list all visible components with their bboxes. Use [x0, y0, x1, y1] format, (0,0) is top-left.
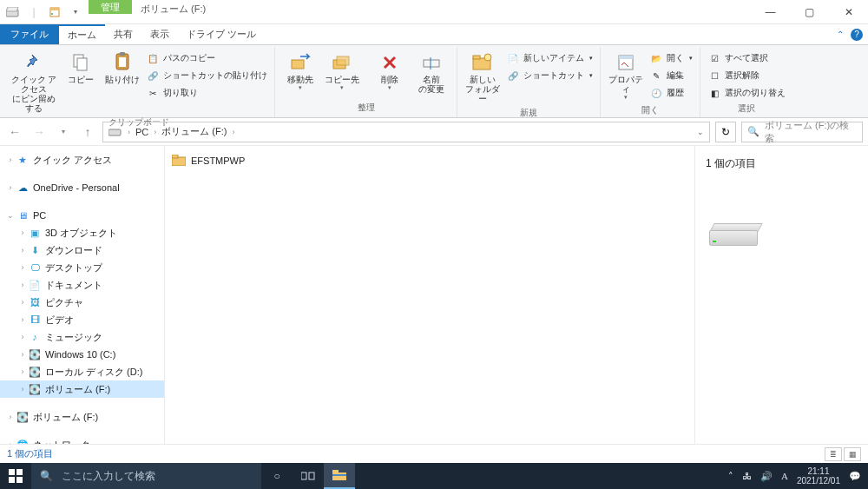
- search-placeholder: ボリューム (F:)の検索: [765, 119, 857, 145]
- tree-documents[interactable]: ›📄ドキュメント: [0, 276, 164, 294]
- caret-icon[interactable]: ⌄: [5, 211, 16, 220]
- paste-shortcut-button[interactable]: 🔗ショートカットの貼り付け: [144, 68, 269, 83]
- drive-preview-icon: [709, 223, 763, 248]
- pin-label: クイック アクセス にピン留めする: [9, 75, 59, 113]
- refresh-button[interactable]: ↻: [715, 122, 736, 142]
- select-all-button[interactable]: ☑すべて選択: [706, 50, 787, 66]
- breadcrumb-sep[interactable]: ›: [232, 128, 234, 136]
- tree-volume-f-root[interactable]: ›💽ボリューム (F:): [0, 408, 164, 426]
- paste-icon: [108, 50, 136, 75]
- copy-button[interactable]: コピー: [61, 49, 101, 86]
- status-text: 1 個の項目: [7, 447, 53, 460]
- action-center-icon[interactable]: 💬: [849, 471, 861, 482]
- share-tab[interactable]: 共有: [105, 24, 141, 44]
- copyto-button[interactable]: コピー先 ▾: [322, 49, 362, 93]
- tree-desktop[interactable]: ›🖵デスクトップ: [0, 259, 164, 276]
- drive-tools-tab[interactable]: ドライブ ツール: [178, 24, 265, 44]
- invert-selection-button[interactable]: ◧選択の切り替え: [706, 85, 787, 101]
- address-bar[interactable]: › PC › ボリューム (F:) › ⌄: [102, 122, 710, 142]
- cut-button[interactable]: ✂切り取り: [144, 85, 269, 101]
- delete-button[interactable]: 削除 ▾: [370, 49, 410, 93]
- tree-c-drive[interactable]: ›💽Windows 10 (C:): [0, 346, 164, 363]
- tree-onedrive[interactable]: › ☁ OneDrive - Personal: [0, 179, 164, 196]
- breadcrumb-volume[interactable]: ボリューム (F:): [161, 125, 227, 138]
- moveto-button[interactable]: 移動先 ▾: [280, 49, 320, 93]
- home-tab[interactable]: ホーム: [59, 24, 105, 44]
- history-button[interactable]: 🕘履歴: [648, 85, 694, 101]
- clipboard-group: クイック アクセス にピン留めする コピー 貼り付け 📋パスのコピー 🔗ショート…: [3, 47, 275, 117]
- help-icon[interactable]: ?: [851, 29, 863, 41]
- rename-button[interactable]: 名前 の変更: [411, 49, 451, 96]
- taskbar-search[interactable]: 🔍 ここに入力して検索: [31, 463, 261, 489]
- paste-button[interactable]: 貼り付け: [102, 49, 142, 86]
- tree-quick-access[interactable]: › ★ クイック アクセス: [0, 151, 164, 169]
- tree-d-drive[interactable]: ›💽ローカル ディスク (D:): [0, 363, 164, 380]
- properties-label: プロパティ: [606, 75, 646, 94]
- up-button[interactable]: ↑: [78, 122, 97, 142]
- shortcut-icon: 🔗: [146, 69, 160, 83]
- pin-quick-access-button[interactable]: クイック アクセス にピン留めする: [9, 49, 59, 115]
- tree-music[interactable]: ›♪ミュージック: [0, 328, 164, 346]
- view-tab[interactable]: 表示: [141, 24, 178, 44]
- open-button[interactable]: 📂開く▾: [648, 50, 694, 66]
- cortana-button[interactable]: ○: [261, 463, 293, 489]
- tree-pictures[interactable]: ›🖼ピクチャ: [0, 294, 164, 311]
- explorer-taskbar-button[interactable]: [324, 463, 355, 489]
- tree-network[interactable]: ›🌐ネットワーク: [0, 436, 164, 444]
- collapse-ribbon-icon[interactable]: ⌃: [837, 30, 844, 39]
- window-controls: — ▢ ✕: [751, 0, 868, 23]
- breadcrumb-pc[interactable]: PC: [135, 127, 148, 137]
- taskbar: 🔍 ここに入力して検索 ○ ˄ 🖧 🔊 A 21:11 2021/12/01 💬: [0, 463, 868, 489]
- tree-f-drive[interactable]: ›💽ボリューム (F:): [0, 380, 164, 398]
- taskbar-clock[interactable]: 21:11 2021/12/01: [797, 466, 840, 486]
- tray-ime-icon[interactable]: A: [781, 471, 788, 481]
- breadcrumb-sep[interactable]: ›: [128, 128, 130, 136]
- new-item-button[interactable]: 📄新しいアイテム▾: [504, 50, 595, 66]
- tray-network-icon[interactable]: 🖧: [742, 471, 752, 481]
- properties-button[interactable]: プロパティ ▾: [606, 49, 646, 102]
- task-view-button[interactable]: [293, 463, 324, 489]
- svg-rect-23: [9, 469, 15, 475]
- address-dropdown-icon[interactable]: ⌄: [697, 128, 704, 136]
- caret-icon[interactable]: ›: [5, 155, 16, 164]
- tree-pc[interactable]: ⌄ 🖥 PC: [0, 207, 164, 224]
- file-tab[interactable]: ファイル: [0, 24, 59, 44]
- search-box[interactable]: 🔍 ボリューム (F:)の検索: [741, 122, 863, 142]
- tree-label: ダウンロード: [45, 244, 102, 257]
- svg-rect-29: [332, 472, 346, 480]
- forward-button[interactable]: →: [30, 122, 49, 142]
- back-button[interactable]: ←: [5, 122, 24, 142]
- file-list[interactable]: EFSTMPWP: [165, 146, 694, 444]
- tree-downloads[interactable]: ›⬇ダウンロード: [0, 241, 164, 259]
- svg-rect-28: [309, 472, 314, 479]
- tray-overflow-icon[interactable]: ˄: [728, 471, 733, 482]
- breadcrumb-sep[interactable]: ›: [154, 128, 156, 136]
- tree-3dobjects[interactable]: ›▣3D オブジェクト: [0, 224, 164, 241]
- new-folder-button[interactable]: 新しい フォルダー: [463, 49, 503, 105]
- start-button[interactable]: [0, 463, 31, 489]
- qat-dropdown-icon[interactable]: ▾: [66, 3, 85, 22]
- manage-contextual-tab[interactable]: 管理: [89, 0, 132, 14]
- close-button[interactable]: ✕: [829, 0, 868, 23]
- videos-icon: 🎞: [28, 313, 42, 327]
- caret-icon[interactable]: ›: [5, 183, 16, 192]
- minimize-button[interactable]: —: [751, 0, 790, 23]
- select-none-button[interactable]: ☐選択解除: [706, 68, 787, 83]
- new-shortcut-button[interactable]: 🔗ショートカット▾: [504, 68, 595, 83]
- recent-dropdown[interactable]: ▾: [54, 122, 73, 142]
- search-icon: 🔍: [747, 126, 760, 137]
- copyto-icon: [328, 50, 356, 75]
- maximize-button[interactable]: ▢: [790, 0, 829, 23]
- tree-videos[interactable]: ›🎞ビデオ: [0, 311, 164, 328]
- qat-properties-icon[interactable]: [45, 3, 64, 22]
- svg-rect-30: [332, 470, 339, 473]
- tray-volume-icon[interactable]: 🔊: [760, 471, 773, 482]
- view-large-button[interactable]: ▦: [844, 447, 861, 461]
- copy-path-button[interactable]: 📋パスのコピー: [144, 50, 269, 66]
- moveto-label: 移動先: [287, 75, 313, 84]
- edit-button[interactable]: ✎編集: [648, 68, 694, 83]
- view-details-button[interactable]: ≣: [825, 447, 842, 461]
- folder-item[interactable]: EFSTMPWP: [172, 155, 687, 166]
- tree-label: 3D オブジェクト: [45, 227, 117, 240]
- delete-icon: [376, 50, 404, 75]
